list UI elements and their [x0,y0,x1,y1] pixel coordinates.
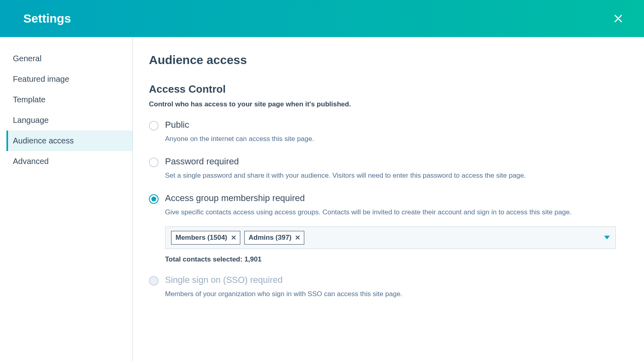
option-text: Password required Set a single password … [165,156,616,182]
option-desc-sso: Members of your organization who sign in… [165,288,616,300]
radio-sso [149,276,159,286]
option-text: Single sign on (SSO) required Members of… [165,275,616,300]
option-text: Access group membership required Give sp… [165,193,616,263]
option-desc-access-group: Give specific contacts access using acce… [165,207,616,218]
settings-header: Settings [0,0,644,37]
sidebar-item-audience-access[interactable]: Audience access [6,131,132,151]
section-title: Access Control [149,83,616,95]
main-content: Audience access Access Control Control w… [133,37,644,361]
radio-access-group[interactable] [149,194,159,204]
option-sso: Single sign on (SSO) required Members of… [149,275,616,300]
sidebar-item-general[interactable]: General [6,48,132,69]
close-button[interactable] [612,12,625,25]
close-icon [295,235,300,240]
svg-marker-6 [604,236,610,239]
radio-password[interactable] [149,158,159,167]
option-desc-password: Set a single password and share it with … [165,170,616,182]
close-icon [614,14,623,23]
option-password: Password required Set a single password … [149,156,616,182]
total-contacts-label: Total contacts selected: 1,901 [165,255,616,263]
access-group-select[interactable]: Members (1504) Admins (397) [165,226,616,249]
header-title: Settings [23,12,71,25]
close-icon [231,235,236,240]
settings-body: General Featured image Template Language… [0,37,644,361]
sidebar: General Featured image Template Language… [0,37,133,361]
radio-public[interactable] [149,121,159,131]
page-title: Audience access [149,53,616,67]
tag-label: Members (1504) [175,234,227,242]
tag-remove-members[interactable] [231,234,236,241]
option-label-password: Password required [165,156,616,167]
chevron-down-icon [604,234,610,241]
option-label-public: Public [165,120,616,130]
sidebar-item-advanced[interactable]: Advanced [6,151,132,172]
option-desc-public: Anyone on the internet can access this s… [165,133,616,145]
sidebar-item-language[interactable]: Language [6,110,132,131]
option-public: Public Anyone on the internet can access… [149,120,616,145]
tag-label: Admins (397) [249,234,292,242]
option-label-sso: Single sign on (SSO) required [165,275,616,285]
section-description: Control who has access to your site page… [149,100,616,108]
option-access-group: Access group membership required Give sp… [149,193,616,263]
tag-admins: Admins (397) [244,231,305,245]
option-text: Public Anyone on the internet can access… [165,120,616,145]
tag-members: Members (1504) [171,231,240,245]
tag-remove-admins[interactable] [295,234,300,241]
option-label-access-group: Access group membership required [165,193,616,203]
sidebar-item-template[interactable]: Template [6,89,132,110]
sidebar-item-featured-image[interactable]: Featured image [6,69,132,89]
